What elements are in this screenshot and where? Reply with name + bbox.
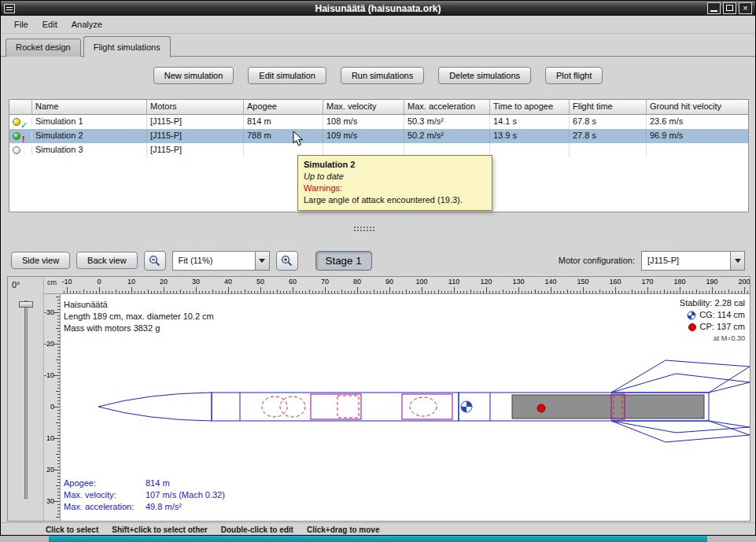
ruler-tick	[315, 291, 316, 293]
window-title: Haisunäätä (haisunaata.ork)	[1, 3, 755, 14]
ruler-tick	[112, 291, 112, 293]
cell-time-to-apogee[interactable]	[490, 143, 570, 157]
cell-apogee[interactable]: 814 m	[244, 115, 323, 129]
window-menu-icon[interactable]	[4, 4, 15, 13]
edit-simulation-button[interactable]: Edit simulation	[248, 67, 326, 84]
ruler-tick	[119, 291, 120, 293]
stage-1-toggle[interactable]: Stage 1	[315, 251, 372, 271]
cell-apogee[interactable]: 788 m	[244, 129, 323, 143]
ruler-tick	[57, 419, 60, 420]
cell-name[interactable]: Simulation 1	[32, 115, 147, 129]
splitter-handle[interactable]	[353, 226, 375, 231]
ruler-tick	[286, 291, 287, 293]
hint-double-click: Double-click to edit	[221, 525, 293, 534]
ground-hit-velocity-column-header[interactable]: Ground hit velocity	[647, 100, 748, 114]
new-simulation-button[interactable]: New simulation	[153, 67, 234, 84]
cell-motors[interactable]: [J115-P]	[147, 143, 244, 157]
ruler-tick	[57, 363, 60, 363]
ruler-tick	[57, 382, 60, 382]
ruler-tick	[309, 289, 310, 293]
ruler-tick	[57, 394, 60, 395]
rotation-angle-label: 0°	[12, 280, 20, 289]
cell-name[interactable]: Simulation 3	[32, 143, 147, 157]
ruler-tick	[422, 287, 422, 293]
cp-marker	[537, 404, 545, 412]
side-view-button[interactable]: Side view	[11, 252, 70, 269]
flight-stats: Apogee:814 m Max. velocity:107 m/s (Mach…	[64, 477, 225, 513]
zoom-out-button[interactable]	[144, 251, 166, 271]
cell-flight-time[interactable]	[570, 143, 647, 157]
status-column-header[interactable]	[9, 100, 32, 114]
ruler-tick	[277, 289, 278, 293]
ruler-tick	[57, 504, 60, 505]
cell-time-to-apogee[interactable]: 14.1 s	[490, 115, 570, 129]
horizontal-ruler: -100102030405060708090100110120130140150…	[61, 277, 750, 294]
cell-flight-time[interactable]: 27.8 s	[570, 129, 647, 143]
zoom-level-select[interactable]: Fit (11%)	[172, 251, 270, 271]
motor-configuration-select[interactable]: [J115-P]	[641, 251, 745, 271]
tab-rocket-design[interactable]: Rocket design	[6, 39, 81, 57]
dropdown-arrow-icon[interactable]	[730, 252, 744, 270]
cell-motors[interactable]: [J115-P]	[147, 115, 244, 129]
ruler-label: 20	[46, 466, 54, 474]
dropdown-arrow-icon[interactable]	[255, 252, 269, 270]
cell-name[interactable]: Simulation 2	[32, 129, 147, 143]
delete-simulations-button[interactable]: Delete simulations	[438, 67, 531, 84]
name-column-header[interactable]: Name	[32, 100, 147, 114]
rocket-canvas[interactable]: Haisunäätä Length 189 cm, max. diameter …	[61, 294, 750, 521]
ruler-tick	[370, 291, 371, 293]
cell-time-to-apogee[interactable]: 13.9 s	[490, 129, 570, 143]
apogee-label: Apogee:	[64, 477, 146, 489]
zoom-in-button[interactable]	[276, 251, 298, 271]
run-simulations-button[interactable]: Run simulations	[341, 67, 424, 84]
ruler-tick	[183, 291, 184, 293]
ruler-tick	[492, 291, 493, 293]
cell-flight-time[interactable]: 67.8 s	[570, 115, 647, 129]
ruler-tick	[57, 476, 60, 477]
ruler-tick	[518, 287, 519, 293]
ruler-tick	[692, 291, 693, 293]
ruler-tick	[248, 291, 249, 293]
max-acceleration-column-header[interactable]: Max. acceleration	[404, 100, 490, 114]
cell-max-velocity[interactable]: 109 m/s	[323, 129, 404, 143]
motors-column-header[interactable]: Motors	[147, 100, 244, 114]
time-to-apogee-column-header[interactable]: Time to apogee	[490, 100, 570, 114]
menu-analyze[interactable]: Analyze	[65, 17, 109, 31]
cell-ground-hit-velocity[interactable]: 96.9 m/s	[647, 129, 748, 143]
plot-flight-button[interactable]: Plot flight	[545, 67, 603, 84]
cell-max-acceleration[interactable]: 50.2 m/s²	[404, 129, 490, 143]
ruler-tick	[135, 291, 135, 293]
ruler-tick	[170, 291, 171, 293]
apogee-column-header[interactable]: Apogee	[244, 100, 323, 114]
cell-max-acceleration[interactable]: 50.3 m/s²	[404, 115, 490, 129]
cell-ground-hit-velocity[interactable]	[647, 143, 748, 157]
tab-flight-simulations[interactable]: Flight simulations	[83, 36, 171, 57]
cell-ground-hit-velocity[interactable]: 23.6 m/s	[647, 115, 748, 129]
title-bar[interactable]: Haisunäätä (haisunaata.ork) ×	[1, 1, 755, 16]
ruler-tick	[506, 291, 507, 293]
cell-motors[interactable]: [J115-P]	[147, 129, 244, 143]
cp-icon	[688, 323, 697, 332]
close-button[interactable]: ×	[739, 2, 752, 14]
table-row[interactable]: ✓ Simulation 1 [J115-P] 814 m 108 m/s 50…	[9, 115, 748, 129]
max-velocity-column-header[interactable]: Max. velocity	[323, 100, 404, 114]
minimize-button[interactable]	[707, 2, 721, 14]
ruler-tick	[222, 291, 223, 293]
ruler-label: 80	[353, 278, 361, 286]
ruler-tick	[73, 291, 74, 293]
ruler-label: 140	[544, 278, 556, 286]
ruler-tick	[57, 366, 60, 367]
maximize-button[interactable]	[723, 2, 736, 14]
table-row-selected[interactable]: ! Simulation 2 [J115-P] 788 m 109 m/s 50…	[9, 129, 748, 143]
menu-edit[interactable]: Edit	[35, 17, 65, 31]
flight-time-column-header[interactable]: Flight time	[570, 100, 647, 114]
menu-file[interactable]: File	[7, 17, 35, 31]
rotation-slider-track[interactable]	[24, 300, 28, 499]
ruler-tick	[425, 291, 426, 293]
cell-max-velocity[interactable]: 108 m/s	[323, 115, 404, 129]
rotation-slider-handle[interactable]	[19, 301, 33, 308]
ruler-tick	[738, 291, 739, 293]
back-view-button[interactable]: Back view	[76, 252, 138, 269]
ruler-tick	[393, 291, 393, 293]
ruler-tick	[635, 291, 636, 293]
